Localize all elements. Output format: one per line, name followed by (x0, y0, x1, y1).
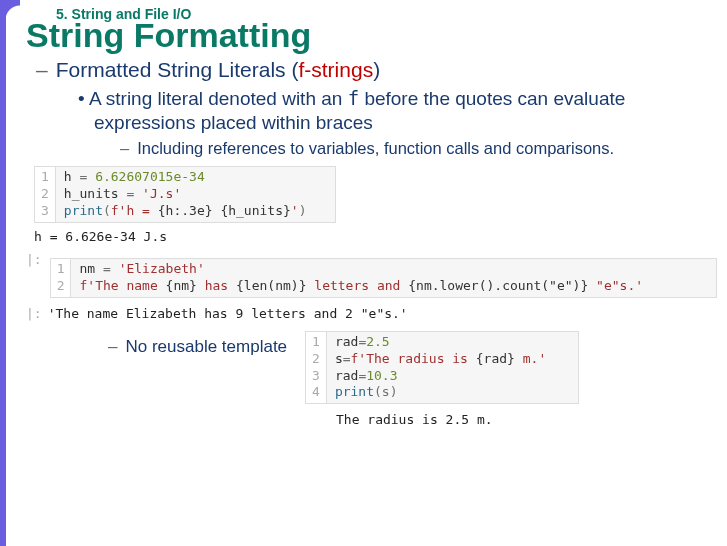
page-title: String Formatting (26, 18, 717, 54)
tok: ' (291, 203, 299, 218)
tok: h_units (64, 186, 127, 201)
bullet-no-reusable: –No reusable template (108, 331, 287, 357)
code-content: rad=2.5 s=f'The radius is {rad} m.' rad=… (327, 332, 554, 404)
tok: {h:.3e} (158, 203, 213, 218)
tok: 'J.s' (142, 186, 181, 201)
code-block-1: 1 2 3 h = 6.62607015e-34 h_units = 'J.s'… (34, 166, 336, 223)
tok: {nm.lower().count("e")} (408, 278, 588, 293)
tok: rad (335, 368, 358, 383)
bullet3-text: Including references to variables, funct… (137, 139, 614, 157)
tok: = (343, 351, 351, 366)
tok: m.' (515, 351, 546, 366)
output-2: 'The name Elizabeth has 9 letters and 2 … (48, 306, 408, 321)
code-gutter: 1 2 3 (35, 167, 56, 222)
bullet1-text-b: ) (373, 58, 380, 81)
tok: ) (299, 203, 307, 218)
bullet2-text-a: A string literal denoted with an (89, 88, 348, 109)
tok: 2.5 (366, 334, 389, 349)
output-2-row: |:'The name Elizabeth has 9 letters and … (26, 306, 717, 321)
bullet1-fstrings: f-strings (298, 58, 373, 81)
tok: s (335, 351, 343, 366)
tok: (s) (374, 384, 397, 399)
tok: f'The radius is (351, 351, 476, 366)
tok: print (335, 384, 374, 399)
tok: {h_units} (220, 203, 290, 218)
tok: rad (335, 334, 358, 349)
tok: h (64, 169, 80, 184)
tok: = (79, 169, 95, 184)
code-content: h = 6.62607015e-34 h_units = 'J.s' print… (56, 167, 315, 222)
dash-icon: – (36, 58, 48, 81)
tok: 'Elizabeth' (119, 261, 205, 276)
code-block-2: 1 2 nm = 'Elizabeth' f'The name {nm} has… (50, 258, 717, 298)
code-row-2: |: 1 2 nm = 'Elizabeth' f'The name {nm} … (26, 250, 717, 300)
output-1: h = 6.626e-34 J.s (34, 229, 717, 244)
bullet-fstrings: –Formatted String Literals (f-strings) (36, 58, 717, 82)
bullet2-f-prefix: f (348, 87, 359, 109)
dash-icon: – (120, 139, 129, 157)
tok: = (103, 261, 119, 276)
tok: nm (79, 261, 102, 276)
tok: 6.62607015e-34 (95, 169, 205, 184)
tok: has (197, 278, 236, 293)
bullet1-text-a: Formatted String Literals ( (56, 58, 299, 81)
tok: "e"s.' (588, 278, 643, 293)
output-3: The radius is 2.5 m. (336, 412, 717, 427)
bullet-including-refs: –Including references to variables, func… (120, 139, 717, 158)
code-block-3: 1 2 3 4 rad=2.5 s=f'The radius is {rad} … (305, 331, 579, 405)
in-prompt-icon: |: (26, 250, 46, 267)
bullet4-text: No reusable template (125, 337, 287, 356)
slide: 5. String and File I/O String Formatting… (0, 0, 727, 546)
out-prompt-icon: |: (26, 306, 48, 321)
tok: {nm} (166, 278, 197, 293)
tok: {len(nm)} (236, 278, 306, 293)
tok: = (126, 186, 142, 201)
tok: print (64, 203, 103, 218)
tok: ( (103, 203, 111, 218)
tok: {rad} (476, 351, 515, 366)
bullet-string-literal: A string literal denoted with an f befor… (78, 86, 717, 136)
tok: letters and (306, 278, 408, 293)
row-no-reusable: –No reusable template 1 2 3 4 rad=2.5 s=… (26, 331, 717, 405)
tok: 10.3 (366, 368, 397, 383)
code-gutter: 1 2 3 4 (306, 332, 327, 404)
code-content: nm = 'Elizabeth' f'The name {nm} has {le… (71, 259, 651, 297)
tok: f'h = (111, 203, 158, 218)
dash-icon: – (108, 337, 117, 356)
code-gutter: 1 2 (51, 259, 72, 297)
tok: f'The name (79, 278, 165, 293)
